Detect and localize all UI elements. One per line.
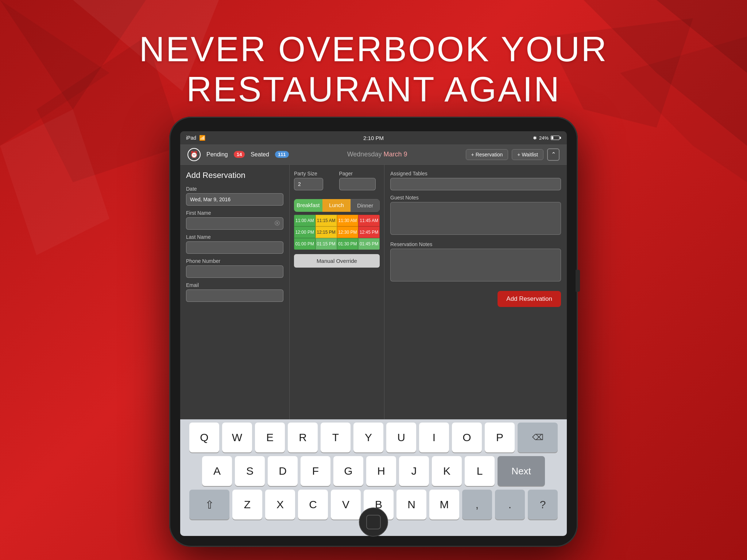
time-cell-1115[interactable]: 11:15 AM — [316, 215, 337, 226]
next-key[interactable]: Next — [498, 456, 545, 486]
key-C[interactable]: C — [298, 490, 328, 520]
time-cell-1145[interactable]: 11:45 AM — [358, 215, 380, 226]
keyboard-rows: Q W E R T Y U I O P ⌫ A S D F — [180, 420, 567, 521]
time-grid: 11:00 AM 11:15 AM 11:30 AM 11:45 AM 12:0… — [294, 215, 380, 250]
home-button[interactable] — [359, 508, 388, 537]
headline: NEVER OVERBOOK YOUR RESTAURANT AGAIN — [0, 29, 747, 110]
reservation-notes-label: Reservation Notes — [390, 241, 561, 247]
guest-notes-input[interactable] — [390, 202, 561, 235]
first-name-label: First Name — [186, 210, 283, 216]
device-label: iPad — [186, 135, 196, 141]
key-X[interactable]: X — [265, 490, 295, 520]
email-label: Email — [186, 282, 283, 288]
home-button-inner — [366, 515, 381, 529]
chevron-up-icon[interactable]: ⌃ — [547, 148, 560, 161]
key-O[interactable]: O — [452, 423, 482, 452]
key-question[interactable]: ? — [528, 490, 558, 520]
nav-right-buttons: + Reservation + Waitlist ⌃ — [466, 148, 560, 161]
time-row-12: 12:00 PM 12:15 PM 12:30 PM 12:45 PM — [294, 226, 380, 238]
key-R[interactable]: R — [288, 423, 318, 452]
last-name-label: Last Name — [186, 234, 283, 240]
key-J[interactable]: J — [399, 456, 429, 486]
key-T[interactable]: T — [321, 423, 351, 452]
ipad-device: iPad 📶 2:10 PM ✱ 24% ⏰ Pending 14 Seated — [169, 117, 578, 547]
headline-line1: NEVER OVERBOOK YOUR — [0, 29, 747, 69]
party-size-group: Party Size — [294, 171, 335, 195]
party-size-label: Party Size — [294, 171, 335, 176]
status-time: 2:10 PM — [363, 135, 384, 141]
key-M[interactable]: M — [429, 490, 459, 520]
key-V[interactable]: V — [331, 490, 361, 520]
key-H[interactable]: H — [366, 456, 396, 486]
add-reservation-button[interactable]: + Reservation — [466, 149, 508, 160]
add-reservation-submit-button[interactable]: Add Reservation — [498, 291, 561, 307]
phone-label: Phone Number — [186, 258, 283, 264]
party-pager-row: Party Size Pager — [294, 171, 380, 195]
pager-input[interactable] — [339, 178, 376, 190]
key-N[interactable]: N — [396, 490, 426, 520]
first-name-input[interactable] — [186, 217, 283, 230]
date-label: Date — [186, 186, 283, 192]
manual-override-button[interactable]: Manual Override — [294, 254, 380, 268]
key-A[interactable]: A — [202, 456, 232, 486]
status-bar: iPad 📶 2:10 PM ✱ 24% — [180, 131, 567, 144]
date-input[interactable] — [186, 193, 283, 206]
pager-group: Pager — [339, 171, 380, 195]
tab-lunch[interactable]: Lunch — [322, 199, 351, 212]
time-cell-1130[interactable]: 11:30 AM — [337, 215, 359, 226]
clear-icon: ⓧ — [275, 220, 280, 227]
key-comma[interactable]: , — [462, 490, 492, 520]
ipad-screen: iPad 📶 2:10 PM ✱ 24% ⏰ Pending 14 Seated — [180, 131, 567, 536]
key-L[interactable]: L — [465, 456, 495, 486]
key-period[interactable]: . — [495, 490, 525, 520]
time-cell-1215[interactable]: 12:15 PM — [316, 226, 337, 238]
tab-dinner[interactable]: Dinner — [351, 199, 380, 212]
form-title: Add Reservation — [186, 171, 283, 180]
key-U[interactable]: U — [386, 423, 416, 452]
time-cell-0145[interactable]: 01:45 PM — [358, 238, 380, 250]
seated-badge: 111 — [275, 151, 289, 158]
time-row-13: 01:00 PM 01:15 PM 01:30 PM 01:45 PM — [294, 238, 380, 250]
key-Q[interactable]: Q — [189, 423, 219, 452]
time-cell-0115[interactable]: 01:15 PM — [316, 238, 337, 250]
key-Y[interactable]: Y — [353, 423, 383, 452]
headline-line2: RESTAURANT AGAIN — [0, 69, 747, 109]
reservation-notes-input[interactable] — [390, 249, 561, 281]
time-cell-0100[interactable]: 01:00 PM — [294, 238, 316, 250]
seated-label: Seated — [251, 151, 269, 158]
last-name-input[interactable] — [186, 241, 283, 254]
time-cell-1100[interactable]: 11:00 AM — [294, 215, 316, 226]
backspace-key[interactable]: ⌫ — [518, 423, 558, 452]
time-cell-1200[interactable]: 12:00 PM — [294, 226, 316, 238]
first-name-field-wrapper: ⓧ — [186, 217, 283, 230]
assigned-tables-input[interactable] — [390, 178, 561, 190]
wifi-icon: 📶 — [199, 135, 205, 141]
time-cell-1230[interactable]: 12:30 PM — [337, 226, 359, 238]
phone-input[interactable] — [186, 265, 283, 278]
nav-date: Wednesday March 9 — [295, 151, 460, 158]
key-Z[interactable]: Z — [232, 490, 262, 520]
key-K[interactable]: K — [432, 456, 462, 486]
email-input[interactable] — [186, 289, 283, 302]
key-D[interactable]: D — [268, 456, 298, 486]
alarm-icon: ⏰ — [187, 148, 201, 161]
key-I[interactable]: I — [419, 423, 449, 452]
guest-notes-label: Guest Notes — [390, 195, 561, 201]
key-S[interactable]: S — [235, 456, 265, 486]
key-W[interactable]: W — [222, 423, 252, 452]
key-row-1: Q W E R T Y U I O P ⌫ — [182, 423, 565, 452]
time-cell-0130[interactable]: 01:30 PM — [337, 238, 359, 250]
key-P[interactable]: P — [485, 423, 515, 452]
time-cell-1245[interactable]: 12:45 PM — [358, 226, 380, 238]
party-size-input[interactable] — [294, 178, 323, 190]
battery-pct: 24% — [539, 135, 549, 141]
key-F[interactable]: F — [301, 456, 330, 486]
tab-breakfast[interactable]: Breakfast — [294, 199, 322, 212]
key-E[interactable]: E — [255, 423, 285, 452]
bluetooth-icon: ✱ — [533, 135, 537, 141]
shift-key[interactable]: ⇧ — [189, 490, 229, 520]
nav-date-month: March 9 — [383, 151, 407, 158]
key-G[interactable]: G — [333, 456, 363, 486]
nav-bar: ⏰ Pending 14 Seated 111 Wednesday March … — [180, 144, 567, 165]
add-waitlist-button[interactable]: + Waitlist — [512, 149, 543, 160]
